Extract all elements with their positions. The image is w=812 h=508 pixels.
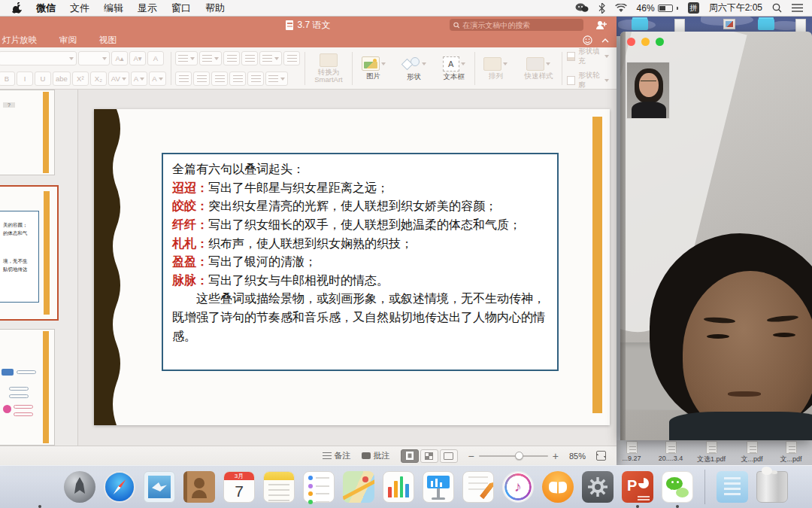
menu-help[interactable]: 帮助 [205,2,225,15]
tab-view[interactable]: 视图 [99,35,117,46]
dock-itunes[interactable]: ♪ [502,471,534,503]
desktop-file-icon[interactable] [674,19,685,32]
comments-button[interactable]: 批注 [362,450,390,461]
desktop-file[interactable]: 文选1.pdf [692,441,731,464]
search-input[interactable] [462,21,580,29]
zoom-in-button[interactable]: + [553,450,559,462]
maximize-button[interactable] [656,38,664,46]
text-direction-button[interactable] [283,51,300,65]
slide-textbox[interactable]: 全篇有六句以叠词起头： 迢迢：写出了牛郎星与织女星距离之远； 皎皎：突出织女星清… [162,153,559,371]
self-view-video[interactable] [626,62,670,119]
minimize-button[interactable] [641,38,650,46]
align-text-button[interactable] [265,71,288,86]
shrink-font-button[interactable]: A▾ [129,51,146,65]
tab-slideshow[interactable]: 灯片放映 [2,35,37,46]
slideshow-view-button[interactable] [440,449,458,463]
desktop-image-file-icon[interactable] [723,19,735,29]
arrange-button[interactable]: 排列 [479,57,512,80]
slide-thumbnail-3[interactable] [0,329,55,446]
dock-contacts[interactable] [183,471,215,503]
zoom-out-button[interactable]: − [468,450,474,462]
font-name-select[interactable] [0,51,77,65]
desktop-file[interactable]: 文...pdf [732,441,771,464]
tab-review[interactable]: 审阅 [59,35,77,46]
numbering-button[interactable] [199,51,222,65]
dock-keynote[interactable] [423,471,454,503]
desktop-folder-icon[interactable] [758,19,774,30]
dock-notes[interactable] [263,471,295,503]
share-person-icon[interactable] [595,20,607,29]
clear-formatting-button[interactable]: A [147,51,164,65]
line-spacing-button[interactable] [259,51,282,65]
dock-pages[interactable] [462,471,494,503]
align-center-button[interactable] [193,71,210,86]
notification-center-icon[interactable] [792,4,803,12]
menu-view[interactable]: 显示 [138,2,157,15]
dock-safari[interactable] [104,471,135,503]
dock-calendar[interactable]: 3月7 [223,471,255,503]
shape-outline-button[interactable]: 形状轮廓 [567,71,609,90]
feedback-smiley-icon[interactable] [583,35,592,45]
slide-thumbnail-2-selected[interactable]: 美的容颜； 的体态和气 境，无不生 贴切地传达 [0,185,59,321]
collapse-ribbon-icon[interactable] [601,38,609,43]
notes-button[interactable]: 备注 [323,450,351,461]
video-call-window[interactable] [620,32,812,440]
dock-numbers[interactable] [383,471,414,503]
italic-button[interactable]: I [17,71,33,86]
character-spacing-button[interactable]: AV [108,71,129,86]
insert-picture-button[interactable]: 图片 [357,56,390,80]
columns-button[interactable] [247,71,264,86]
subscript-button[interactable]: X₂ [90,71,107,86]
dock-wechat[interactable] [662,471,693,503]
dock-maps[interactable] [343,471,374,503]
change-case-button[interactable]: A [131,71,147,86]
desktop-folder-icon[interactable] [632,19,648,30]
slide-sorter-view-button[interactable] [420,449,438,463]
close-button[interactable] [627,38,635,46]
ppt-titlebar[interactable]: 3.7 语文 [0,17,617,33]
dock-mail[interactable] [144,471,175,503]
bluetooth-icon[interactable] [598,3,605,14]
wechat-status-icon[interactable] [575,3,589,13]
dock-launchpad[interactable] [64,471,95,503]
desktop-file-icon[interactable] [795,19,806,32]
dock-system-preferences[interactable] [582,471,614,503]
justify-button[interactable] [229,71,246,86]
dock-trash[interactable] [756,471,788,503]
menu-file[interactable]: 文件 [70,2,89,15]
zoom-slider[interactable] [479,455,548,457]
current-slide[interactable]: 全篇有六句以叠词起头： 迢迢：写出了牛郎星与织女星距离之远； 皎皎：突出织女星清… [94,109,610,425]
wifi-icon[interactable] [615,4,627,13]
grow-font-button[interactable]: A▴ [111,51,128,65]
decrease-indent-button[interactable] [223,51,240,65]
bold-button[interactable]: B [0,71,15,86]
dock-powerpoint[interactable]: P [622,471,653,503]
menu-window[interactable]: 窗口 [171,2,191,15]
superscript-button[interactable]: X² [72,71,89,86]
zoom-level[interactable]: 85% [569,452,586,461]
increase-indent-button[interactable] [241,51,258,65]
insert-shapes-button[interactable]: 形状 [398,56,431,81]
dock-ibooks[interactable] [542,471,574,503]
normal-view-button[interactable] [401,449,419,463]
battery-indicator[interactable]: 46% [637,3,678,14]
presentation-search-box[interactable] [450,19,583,31]
font-color-button[interactable]: A [149,71,165,86]
font-size-select[interactable] [78,51,110,65]
menubar-clock[interactable]: 周六下午2:05 [709,2,762,14]
slide-thumbnail-1[interactable]: ? [0,90,55,175]
desktop-file[interactable]: ...9.27 [612,441,651,462]
dock-reminders[interactable] [303,471,335,503]
align-right-button[interactable] [211,71,228,86]
align-left-button[interactable] [175,71,192,86]
menu-edit[interactable]: 编辑 [104,2,123,15]
desktop-file[interactable]: 文...pdf [771,441,810,464]
shape-fill-button[interactable]: 形状填充 [567,47,609,66]
desktop-file[interactable]: 20....3.4 [651,441,690,462]
convert-to-smartart-button[interactable]: 转换为SmartArt [310,53,347,84]
bullets-button[interactable] [175,51,198,65]
underline-button[interactable]: U [35,71,51,86]
quick-styles-button[interactable]: 快速样式 [520,57,557,80]
fit-to-window-button[interactable] [596,451,606,461]
spotlight-search-icon[interactable] [772,3,782,13]
